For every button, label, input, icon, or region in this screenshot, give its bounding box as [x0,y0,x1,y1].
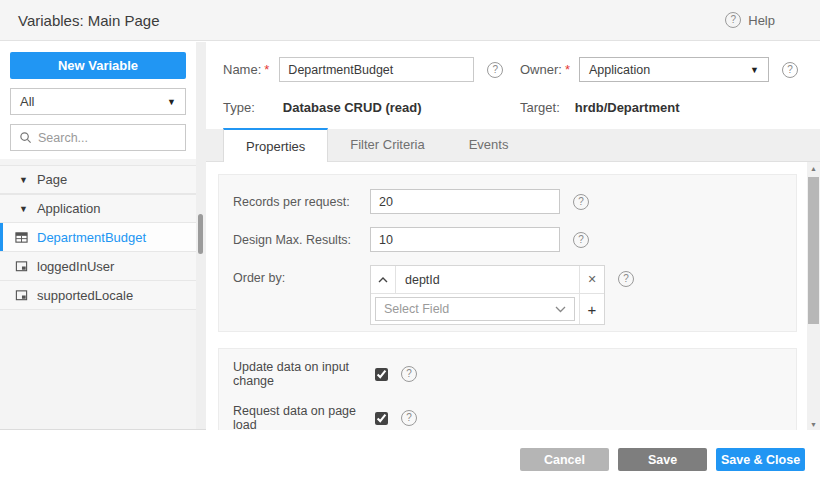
scroll-up-arrow[interactable]: ▲ [807,162,820,174]
records-per-request-label: Records per request: [233,195,370,209]
variables-sidebar: New Variable All ▼ ▼ Page ▼ Application [0,42,206,430]
variable-filter-select[interactable]: All ▼ [10,88,186,115]
database-variable-icon [15,231,28,244]
owner-select[interactable]: Application ▼ [579,57,769,82]
update-on-input-checkbox[interactable] [375,368,388,381]
request-on-load-help-icon[interactable]: ? [401,410,417,426]
add-order-field-button[interactable]: + [579,294,604,324]
required-marker: * [565,62,570,77]
static-variable-icon [15,289,28,302]
page-title: Variables: Main Page [18,12,159,29]
tree-group-label: Application [37,201,101,216]
owner-help-icon[interactable]: ? [782,62,798,78]
variable-detail-panel: Name: * ? Owner: * Application ▼ ? Type:… [206,42,820,430]
target-label: Target: [520,100,560,115]
save-button[interactable]: Save [618,448,707,471]
design-max-results-input[interactable] [370,227,560,252]
variables-tree: ▼ Page ▼ Application DepartmentBudget [0,165,196,310]
update-on-input-help-icon[interactable]: ? [401,366,417,382]
chevron-down-icon: ▼ [167,97,176,107]
tree-item-label: loggedInUser [37,259,114,274]
tree-group-application[interactable]: ▼ Application [0,194,196,223]
chevron-down-icon: ▼ [750,65,759,75]
properties-tab-content: Records per request: ? Design Max. Resul… [206,162,807,430]
target-value: hrdb/Department [575,100,680,115]
static-variable-icon [15,260,28,273]
request-on-load-checkbox[interactable] [375,412,388,425]
records-per-request-help-icon[interactable]: ? [573,194,589,210]
records-per-request-input[interactable] [370,189,560,214]
required-marker: * [264,62,269,77]
update-on-input-label: Update data on input change [233,360,375,388]
variable-name-input[interactable] [279,57,474,82]
tab-properties[interactable]: Properties [223,128,328,162]
scroll-down-arrow[interactable]: ▼ [807,418,820,430]
name-help-icon[interactable]: ? [487,62,503,78]
tree-group-label: Page [37,172,67,187]
help-label: Help [748,13,775,28]
search-icon [19,131,32,144]
tree-group-page[interactable]: ▼ Page [0,165,196,194]
tree-item-loggedinuser[interactable]: loggedInUser [0,252,196,281]
chevron-expanded-icon: ▼ [19,175,28,185]
sidebar-scrollbar[interactable] [196,42,206,429]
cancel-button[interactable]: Cancel [520,448,609,471]
sort-direction-button[interactable] [371,266,396,293]
save-and-close-button[interactable]: Save & Close [716,448,805,471]
content-scrollbar[interactable]: ▲ ▼ [807,162,820,430]
tree-item-supportedlocale[interactable]: supportedLocale [0,281,196,310]
type-value: Database CRUD (read) [283,100,422,115]
type-label: Type: [223,100,255,115]
tab-events[interactable]: Events [447,128,531,161]
variable-filter-value: All [20,94,34,109]
chevron-down-icon [555,306,566,313]
chevron-up-icon [378,277,388,283]
design-max-results-label: Design Max. Results: [233,233,370,247]
owner-label: Owner: [520,62,562,77]
help-button[interactable]: ? Help [725,12,775,28]
request-on-load-label: Request data on page load [233,404,375,430]
behavior-panel: Update data on input change ? Request da… [218,348,797,430]
tab-filter-criteria[interactable]: Filter Criteria [328,128,446,161]
variable-summary-form: Name: * ? Owner: * Application ▼ ? Type:… [206,42,820,129]
order-by-widget: deptId ✕ Select Field + [370,265,605,325]
search-input[interactable] [38,131,178,145]
order-by-help-icon[interactable]: ? [618,271,634,287]
order-by-label: Order by: [233,271,370,285]
tree-item-departmentbudget[interactable]: DepartmentBudget [0,223,196,252]
design-max-results-help-icon[interactable]: ? [573,232,589,248]
tree-item-label: supportedLocale [37,288,133,303]
owner-value: Application [589,63,650,77]
detail-tabs: Properties Filter Criteria Events [206,129,820,162]
content-scrollbar-thumb[interactable] [808,177,819,324]
remove-order-field-button[interactable]: ✕ [579,266,604,293]
name-label: Name: [223,62,261,77]
select-field-dropdown[interactable]: Select Field [375,297,575,321]
dialog-header: Variables: Main Page ? Help [0,0,820,41]
new-variable-button[interactable]: New Variable [10,52,186,79]
data-settings-panel: Records per request: ? Design Max. Resul… [218,174,797,332]
sidebar-scrollbar-thumb[interactable] [198,214,203,254]
dialog-footer: Cancel Save Save & Close [0,431,820,488]
tree-item-label: DepartmentBudget [37,230,146,245]
chevron-expanded-icon: ▼ [19,204,28,214]
order-by-field-value: deptId [396,266,579,293]
select-field-placeholder: Select Field [384,302,449,316]
help-question-icon: ? [725,12,741,28]
variable-search-box[interactable] [10,124,186,151]
